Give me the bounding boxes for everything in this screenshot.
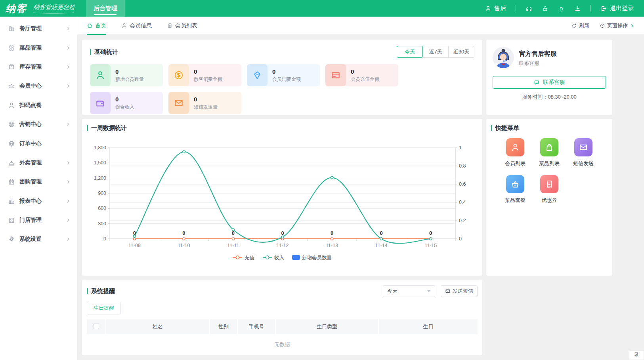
birthday-reminder-tab[interactable]: 生日提醒: [87, 302, 121, 314]
legend-item-2[interactable]: 新增会员数量: [292, 255, 332, 261]
legend-item-1[interactable]: 收入: [262, 255, 284, 261]
download-icon[interactable]: [574, 5, 581, 12]
basket-icon: [506, 175, 524, 193]
wallet-icon: [90, 92, 111, 114]
sidebar-item-label: 团购管理: [19, 178, 42, 185]
column-header-性别: 性别: [210, 319, 237, 334]
sidebar-item-1[interactable]: 菜品管理: [0, 38, 77, 57]
lock-icon[interactable]: [542, 5, 548, 12]
date-filter-group: 今天近7天近30天: [397, 46, 474, 58]
tab-2[interactable]: 会员列表: [167, 17, 197, 35]
chevron-right-icon: [66, 199, 71, 204]
stat-card-0: 0新增会员数量: [90, 64, 163, 86]
stat-card-3: 0会员充值金额: [325, 64, 398, 86]
filter-近30天[interactable]: 近30天: [448, 46, 474, 58]
crown-icon: [8, 82, 15, 90]
svg-text:0: 0: [331, 230, 333, 236]
sidebar-item-8[interactable]: 团购管理: [0, 172, 77, 191]
svg-text:0: 0: [133, 230, 136, 236]
send-sms-button[interactable]: 发送短信: [441, 285, 478, 297]
quick-item-2[interactable]: 短信发送: [566, 138, 600, 167]
sidebar-item-0[interactable]: 餐厅管理: [0, 19, 77, 38]
basic-stats-card: 基础统计 今天近7天近30天 0新增会员数量0散客消费金额0会员消费金额0会员充…: [82, 40, 482, 115]
column-header-姓名: 姓名: [106, 319, 210, 334]
sidebar-item-label: 库存管理: [19, 63, 42, 70]
svg-text:0: 0: [429, 230, 432, 236]
sidebar-item-label: 会员中心: [19, 82, 42, 90]
birthday-table: 姓名性别手机号生日类型生日 无数据: [87, 319, 478, 355]
building-icon: [8, 25, 15, 32]
select-all-checkbox[interactable]: [94, 324, 99, 329]
stat-card-4: 0综合收入: [90, 92, 163, 114]
legend-label: 新增会员数量: [302, 255, 332, 261]
topbar-tab-backend[interactable]: 后台管理: [86, 0, 125, 17]
chat-icon: [533, 79, 540, 86]
dishes-icon: [8, 44, 15, 51]
sidebar-item-4[interactable]: 扫码点餐: [0, 96, 77, 115]
stat-label: 会员消费金额: [272, 76, 301, 83]
weekly-chart-card: 一周数据统计 03006009001,2001,5001,80000.20.40…: [82, 119, 482, 276]
logout-button[interactable]: 退出登录: [600, 5, 634, 12]
sidebar-item-5[interactable]: 营销中心: [0, 115, 77, 134]
aftersale-label: 售后: [494, 5, 506, 12]
topbar-actions: 售后 退出登录: [485, 5, 644, 12]
sidebar-item-label: 订单中心: [19, 140, 42, 147]
weekly-chart-title: 一周数据统计: [91, 124, 127, 132]
sidebar-item-9[interactable]: 报表中心: [0, 192, 77, 211]
quick-item-label: 短信发送: [573, 160, 594, 167]
svg-text:0: 0: [459, 236, 462, 242]
corner-widget[interactable]: 录: [629, 350, 644, 360]
sidebar-item-10[interactable]: 门店管理: [0, 211, 77, 230]
page-ops-label: 页面操作: [607, 22, 628, 29]
filter-近7天[interactable]: 近7天: [422, 46, 449, 58]
quick-item-label: 会员列表: [505, 160, 526, 167]
service-subtitle: 联系客服: [519, 60, 557, 67]
bell-icon[interactable]: [558, 5, 565, 12]
sidebar-item-11[interactable]: 系统设置: [0, 230, 77, 249]
sidebar-item-2[interactable]: 库存管理: [0, 57, 77, 76]
title-bar: [90, 49, 91, 55]
quick-menu-title: 快捷菜单: [495, 124, 519, 132]
sidebar-item-3[interactable]: 会员中心: [0, 76, 77, 95]
svg-text:11-12: 11-12: [276, 243, 289, 248]
tab-0[interactable]: 首页: [87, 17, 106, 35]
svg-text:11-14: 11-14: [375, 243, 388, 248]
sidebar-item-7[interactable]: 外卖管理: [0, 153, 77, 172]
filter-今天[interactable]: 今天: [397, 46, 423, 58]
topbar: 纳客 纳客管店更轻松 后台管理 售后 退出登录: [0, 0, 644, 17]
service-avatar: [493, 47, 514, 70]
aftersale-button[interactable]: 售后: [485, 5, 506, 12]
refresh-icon: [571, 23, 577, 29]
chevron-right-icon: [66, 160, 71, 165]
logout-label: 退出登录: [610, 5, 634, 12]
quick-item-1[interactable]: 菜品列表: [532, 138, 566, 167]
tab-1[interactable]: 会员信息: [121, 17, 152, 35]
clock-icon: [600, 23, 605, 29]
reminder-date-select[interactable]: 今天: [383, 285, 435, 297]
stat-card-2: 0会员消费金额: [247, 64, 320, 86]
legend-marker: [292, 255, 300, 261]
contact-service-button[interactable]: 联系客服: [493, 76, 606, 89]
page-ops-button[interactable]: 页面操作: [600, 22, 634, 29]
legend-label: 收入: [274, 255, 284, 261]
svg-text:0: 0: [380, 230, 383, 236]
title-bar: [87, 288, 88, 294]
quick-item-4[interactable]: 优惠券: [532, 175, 566, 204]
svg-text:1: 1: [459, 145, 462, 150]
stat-value: 0: [272, 68, 301, 75]
quick-item-0[interactable]: 会员列表: [498, 138, 532, 167]
legend-item-0[interactable]: 充值: [233, 255, 254, 261]
quick-item-3[interactable]: 菜品套餐: [498, 175, 532, 204]
chevron-right-icon: [66, 237, 71, 242]
stat-value: 0: [115, 96, 134, 103]
quick-item-label: 菜品套餐: [505, 197, 526, 204]
person-icon: [506, 138, 524, 156]
chevron-right-icon: [66, 122, 71, 127]
basic-stats-title: 基础统计: [94, 48, 118, 56]
sidebar-item-6[interactable]: 订单中心: [0, 134, 77, 153]
refresh-button[interactable]: 刷新: [571, 22, 589, 29]
diamond-icon: [247, 64, 268, 86]
headset-icon[interactable]: [526, 5, 532, 12]
chevron-right-icon: [66, 26, 71, 31]
person-icon: [121, 23, 127, 29]
